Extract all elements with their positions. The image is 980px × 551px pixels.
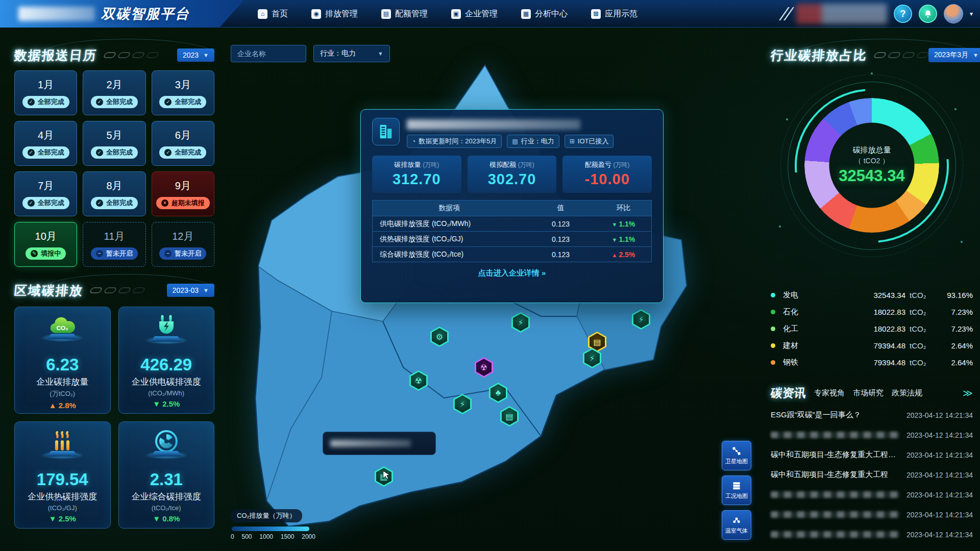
region-month-select[interactable]: 2023-03 ▼ [167,284,214,297]
calendar-year-select[interactable]: 2023 ▼ [177,48,214,62]
mouse-cursor [381,469,392,483]
status-icon: ✓ [164,98,172,106]
nav-item-home[interactable]: ⌂ 首页 [258,9,288,19]
help-button[interactable]: ? [894,5,912,23]
svg-text:CO₂: CO₂ [57,324,68,332]
redacted-news-title [771,491,899,498]
month-label: 9月 [175,179,191,193]
calendar-month-card[interactable]: 7月 ✓ 全部完成 [14,171,77,216]
stat-value: 2.31 [150,470,183,489]
top-navigation-bar: 双碳智服平台 ⌂ 首页 ◉ 排放管理 ▤ 配额管理 ▣ 企业管理 ▦ 分析中心 [0,0,980,28]
table-row: 供电碳排放强度 (tCO₂/MWh) 0.123 ▼1.1% [373,216,651,231]
month-label: 8月 [106,179,122,193]
calendar-month-card[interactable]: 8月 ✓ 全部完成 [83,171,145,216]
enterprise-detail-popup: ◔ 数据更新时间：2023年5月 ▤ 行业：电力 ⊞ IOT已接入 碳排放量 [360,109,664,303]
title-decoration [90,287,144,293]
calendar-month-card[interactable]: 12月 − 暂未开启 [152,222,214,267]
title-decoration [104,52,158,58]
marker-glyph-icon: ⚡ [589,354,595,363]
calendar-month-card[interactable]: 1月 ✓ 全部完成 [14,70,77,115]
news-item[interactable]: 碳中和五期项目-生态修复重大工程 2023-04-12 14:21:34 [771,465,973,485]
legend-value: 79394.48 [823,341,905,350]
map-enterprise-marker[interactable]: ⚙ [430,327,449,347]
enterprise-detail-link[interactable]: 点击进入企业详情 » [372,268,652,278]
month-label: 5月 [106,129,122,142]
user-menu-caret[interactable]: ▾ [970,10,973,17]
calendar-month-card[interactable]: 6月 ✓ 全部完成 [152,121,214,166]
news-item[interactable]: 2023-04-12 14:21:34 [771,425,973,445]
status-text: 暂未开启 [106,249,133,258]
month-label: 6月 [175,129,191,142]
user-avatar[interactable] [944,4,963,23]
calendar-month-card[interactable]: 11月 − 暂未开启 [83,222,145,267]
map-enterprise-marker[interactable]: ⚡ [511,312,530,333]
news-tab-market[interactable]: 市场研究 [853,388,884,398]
company-search-input[interactable] [231,45,306,62]
marker-glyph-icon: ⚡ [638,315,644,324]
row-value: 0.123 [526,251,596,259]
news-item[interactable]: ESG跟“双碳”是一回事么？ 2023-04-12 14:21:34 [771,405,973,425]
calendar-month-card[interactable]: 5月 ✓ 全部完成 [83,121,145,166]
icon-pedestal [41,451,84,459]
map-enterprise-marker[interactable]: ☢ [475,357,493,378]
nav-item-demo[interactable]: ⊞ 应用示范 [591,9,638,19]
status-icon: × [161,199,168,207]
news-item[interactable]: 碳中和五期项目-生态修复重大工程… 2023-04-12 14:21:34 [771,445,973,465]
layer-button-industry-status[interactable]: 工况地图 [722,475,751,505]
status-text: 填报中 [41,249,61,258]
map-enterprise-marker[interactable]: ☢ [409,370,428,391]
map-filter-bar: 行业：电力 ▼ [231,45,390,62]
map-enterprise-marker[interactable]: ⚡ [453,394,472,414]
map-enterprise-marker[interactable]: ♣ [489,383,507,403]
redacted-company-name [330,440,411,447]
status-text: 全部完成 [106,97,133,107]
nav-item-quota[interactable]: ▤ 配额管理 [381,9,428,19]
news-tab-expert[interactable]: 专家视角 [814,388,845,398]
month-status-badge: ✓ 全部完成 [22,146,69,159]
map-enterprise-marker[interactable]: ⚡ [632,309,650,330]
nav-item-enterprise[interactable]: ▣ 企业管理 [451,9,498,19]
month-label: 2月 [106,78,122,92]
satellite-icon [731,446,742,456]
news-item[interactable]: 2023-04-12 14:21:34 [771,524,973,544]
industry-filter-select[interactable]: 行业：电力 ▼ [313,45,390,62]
nav-item-emission[interactable]: ◉ 排放管理 [311,9,358,19]
legend-value: 18022.83 [823,308,905,316]
calendar-month-card[interactable]: 10月 ✎ 填报中 [14,222,77,267]
news-item[interactable]: 2023-04-12 14:21:34 [771,505,973,524]
chevron-down-icon: ▼ [378,51,383,57]
notification-button[interactable] [919,5,937,23]
legend-industry-name: 化工 [783,324,823,334]
news-tab-policy[interactable]: 政策法规 [892,388,922,398]
stat-card-composite-intensity: 2.31 企业综合碳排强度 (tCO₂/tce) ▼ 0.8% [118,421,215,529]
status-icon: ✎ [31,250,38,257]
map-enterprise-marker[interactable]: ▤ [500,406,519,427]
legend-row: 钢铁 79394.48 tCO₂ 2.64% [771,354,973,371]
layer-label: 温室气体 [725,527,748,535]
stat-unit: (万tCO₂) [50,389,75,398]
legend-value: 18022.83 [823,324,905,333]
metric-value: 312.70 [372,171,461,188]
row-metric-name: 综合碳排放强度 (tCO₂/tce) [373,250,526,259]
legend-industry-name: 建材 [783,341,823,350]
news-more-arrow-icon[interactable]: ≫ [963,387,973,399]
layer-button-satellite[interactable]: 卫星地图 [722,441,751,470]
status-icon: − [164,250,172,257]
layer-button-greenhouse-gas[interactable]: 温室气体 [722,510,751,540]
map-color-legend: CO₂排放量（万吨） 0 500 1000 1500 2000 [231,509,315,540]
nav-item-analysis[interactable]: ▦ 分析中心 [521,9,568,19]
calendar-month-card[interactable]: 4月 ✓ 全部完成 [14,121,77,166]
industry-month-select[interactable]: 2023年3月 ▼ [928,48,980,62]
news-item-title: ESG跟“双碳”是一回事么？ [771,410,906,420]
news-item-time: 2023-04-12 14:21:34 [906,491,973,499]
news-item-time: 2023-04-12 14:21:34 [906,431,973,439]
calendar-month-card[interactable]: 9月 × 超期未填报 [152,171,214,216]
news-item[interactable]: 2023-04-12 14:21:34 [771,485,973,505]
month-status-badge: ✓ 全部完成 [159,146,206,159]
nav-label: 排放管理 [325,9,358,19]
right-column: 行业碳排放占比 2023年3月 ▼ 碳排放总量 （ tCO2 ） 32543.3… [771,45,973,544]
calendar-month-card[interactable]: 2月 ✓ 全部完成 [83,70,145,115]
industry-title: 行业碳排放占比 [770,47,868,64]
calendar-month-card[interactable]: 3月 ✓ 全部完成 [152,70,214,115]
legend-percentage: 7.23% [934,308,973,316]
